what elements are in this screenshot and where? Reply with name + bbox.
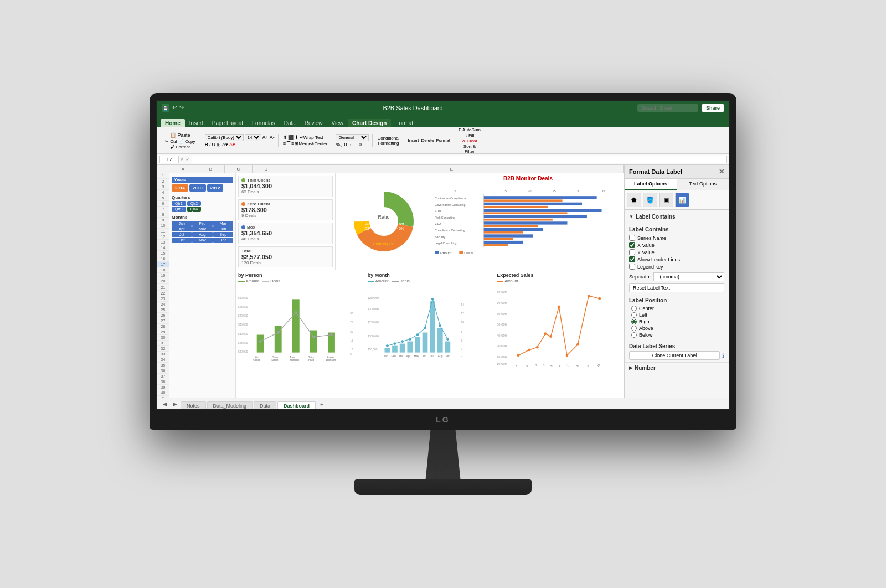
legend-key-checkbox[interactable]: [629, 264, 635, 270]
tab-data-modeling[interactable]: Data_Modeling: [207, 401, 253, 410]
month-feb[interactable]: Feb: [192, 221, 212, 226]
autosum-button[interactable]: Σ AutoSum: [459, 127, 481, 132]
insert-button[interactable]: Insert: [408, 138, 419, 143]
cut-button[interactable]: ✂ Cut: [165, 139, 177, 144]
align-top-button[interactable]: ⬆: [283, 135, 287, 140]
year-2013[interactable]: 2013: [189, 184, 206, 192]
chart-icon[interactable]: 📊: [675, 193, 689, 207]
series-name-checkbox[interactable]: [629, 235, 635, 241]
bold-button[interactable]: B: [205, 142, 209, 147]
month-jul[interactable]: Jul: [172, 232, 192, 237]
format-painter-button[interactable]: 🖌 Format: [171, 145, 190, 149]
decimal-increase-button[interactable]: .0→: [343, 142, 352, 147]
separator-select[interactable]: . (comma): [653, 272, 724, 281]
below-radio[interactable]: [631, 332, 637, 338]
font-size-select[interactable]: 14: [245, 134, 261, 141]
qtr4[interactable]: Qtr4: [187, 207, 202, 212]
tab-page-layout[interactable]: Page Layout: [208, 119, 248, 127]
tab-formulas[interactable]: Formulas: [248, 119, 280, 127]
tab-view[interactable]: View: [327, 119, 348, 127]
copy-button[interactable]: 📄 Copy: [178, 139, 195, 144]
year-2014[interactable]: 2014: [172, 184, 188, 192]
tab-format[interactable]: Format: [391, 119, 418, 127]
tab-data[interactable]: Data: [280, 119, 300, 127]
month-apr[interactable]: Apr: [172, 226, 192, 231]
qtr2[interactable]: Qtr2: [187, 201, 202, 206]
font-family-select[interactable]: Calibri (Body): [205, 134, 244, 141]
month-jan[interactable]: Jan: [172, 221, 192, 226]
year-2012[interactable]: 2012: [207, 184, 224, 192]
clone-current-label-button[interactable]: Clone Current Label: [629, 351, 720, 360]
month-aug[interactable]: Aug: [192, 232, 212, 237]
decimal-decrease-button[interactable]: ←.0: [352, 142, 362, 147]
tab-insert[interactable]: Insert: [185, 119, 208, 127]
month-sep[interactable]: Sep: [213, 232, 233, 237]
cell-reference-input[interactable]: [159, 156, 179, 163]
sort-filter-button[interactable]: Sort &Filter: [459, 144, 481, 154]
above-radio[interactable]: [631, 326, 637, 331]
search-input[interactable]: [637, 104, 698, 112]
tab-chart-design[interactable]: Chart Design: [348, 119, 391, 127]
align-middle-button[interactable]: ⬛: [288, 135, 294, 140]
tab-review[interactable]: Review: [300, 119, 327, 127]
show-leader-lines-checkbox[interactable]: [629, 256, 635, 262]
border-button[interactable]: ⊞: [217, 142, 221, 147]
border-icon[interactable]: ▣: [659, 193, 673, 207]
share-button[interactable]: Share: [702, 104, 724, 112]
save-icon[interactable]: 💾: [162, 104, 169, 112]
right-radio[interactable]: [631, 319, 637, 324]
clear-button[interactable]: ✕ Clear: [459, 138, 481, 143]
number-header[interactable]: ▶ Number: [629, 365, 724, 371]
left-radio[interactable]: [631, 312, 637, 318]
percent-button[interactable]: %: [336, 142, 340, 147]
qtr1[interactable]: Qtr1: [172, 201, 186, 206]
add-sheet-button[interactable]: +: [317, 399, 327, 410]
reset-label-text-button[interactable]: Reset Label Text: [629, 283, 724, 292]
col-b[interactable]: B: [197, 165, 225, 173]
align-left-button[interactable]: ≡: [283, 141, 286, 146]
tab-data[interactable]: Data: [254, 401, 276, 410]
align-bottom-button[interactable]: ⬇: [295, 135, 299, 140]
align-center-button[interactable]: ☰: [286, 141, 291, 146]
x-value-checkbox[interactable]: [629, 242, 635, 248]
tab-text-options[interactable]: Text Options: [677, 179, 729, 190]
font-size-decrease-button[interactable]: A-: [270, 135, 275, 140]
underline-button[interactable]: U: [212, 142, 216, 147]
sheet-nav-right[interactable]: ▶: [171, 399, 179, 410]
month-jun[interactable]: Jun: [213, 226, 233, 231]
col-e[interactable]: E: [280, 165, 624, 173]
format-button[interactable]: Format: [436, 138, 450, 143]
month-may[interactable]: May: [192, 226, 212, 231]
month-dec[interactable]: Dec: [213, 238, 233, 243]
fill-button[interactable]: ↓ Fill: [459, 133, 481, 138]
month-oct[interactable]: Oct: [172, 238, 192, 243]
col-d[interactable]: D: [253, 165, 280, 173]
merge-center-button[interactable]: ⊞Merge&Center: [295, 141, 327, 146]
qtr3[interactable]: Qtr3: [172, 207, 186, 212]
font-color-button[interactable]: A▾: [229, 142, 235, 147]
month-nov[interactable]: Nov: [192, 238, 212, 243]
wrap-text-button[interactable]: ↵Wrap Text: [300, 135, 323, 140]
paste-button[interactable]: 📋 Paste: [168, 132, 193, 138]
tab-home[interactable]: Home: [161, 119, 185, 127]
comma-button[interactable]: ,: [341, 142, 342, 147]
conditional-formatting-button[interactable]: ConditionalFormatting: [377, 136, 399, 146]
italic-button[interactable]: I: [209, 142, 211, 147]
col-c[interactable]: C: [225, 165, 253, 173]
label-options-header[interactable]: ▼ Label Contains: [629, 212, 724, 221]
tab-label-options[interactable]: Label Options: [625, 179, 677, 190]
tab-notes[interactable]: Notes: [181, 401, 206, 410]
col-a[interactable]: A: [169, 165, 197, 173]
formula-input[interactable]: [192, 156, 727, 163]
undo-icon[interactable]: ↩: [172, 104, 177, 112]
month-mar[interactable]: Mar: [213, 221, 233, 226]
fill-color-button[interactable]: A▾: [222, 142, 228, 147]
tab-dashboard[interactable]: Dashboard: [277, 401, 316, 410]
sheet-nav-left[interactable]: ◀: [161, 399, 169, 410]
font-size-increase-button[interactable]: A+: [262, 135, 269, 140]
panel-close-icon[interactable]: ✕: [719, 168, 724, 176]
number-format-select[interactable]: General: [336, 134, 369, 141]
redo-icon[interactable]: ↪: [179, 104, 184, 112]
fill-icon[interactable]: 🪣: [643, 193, 657, 207]
align-right-button[interactable]: ≡: [291, 141, 294, 146]
